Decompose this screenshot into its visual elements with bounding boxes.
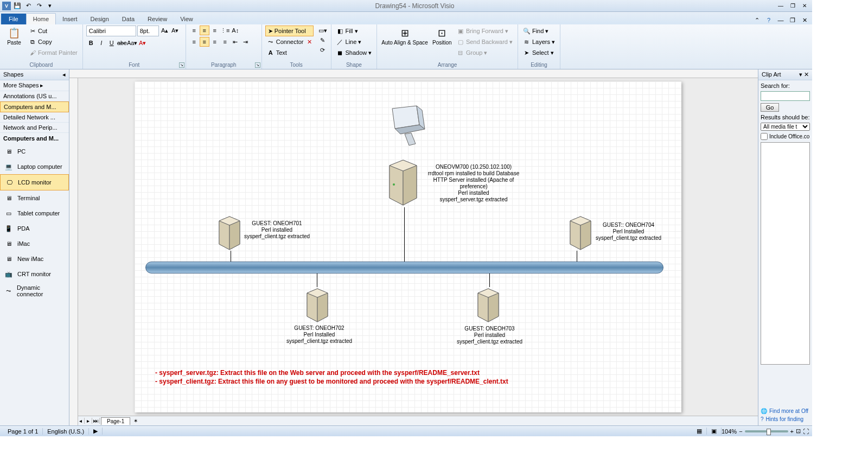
- save-icon[interactable]: 💾: [13, 2, 22, 10]
- orientation-button[interactable]: A↕: [231, 26, 240, 35]
- line-button[interactable]: ／Line ▾: [335, 36, 374, 47]
- network-bus[interactable]: [145, 262, 663, 273]
- shape-server-vm700[interactable]: [384, 157, 425, 209]
- clipart-go-button[interactable]: Go: [761, 103, 779, 112]
- shape-crt[interactable]: 📺CRT monitor: [0, 266, 69, 282]
- rotate-tool-icon[interactable]: ⟳: [318, 45, 328, 55]
- tab-last-button[interactable]: ⏭: [92, 418, 100, 424]
- clipart-find-more-link[interactable]: 🌐Find more at Off: [761, 407, 810, 415]
- bullets-button[interactable]: ⋮≡: [220, 26, 230, 35]
- tab-design[interactable]: Design: [84, 14, 116, 24]
- font-shrink-icon[interactable]: A▾: [170, 26, 180, 35]
- shape-server-h704[interactable]: [566, 214, 596, 252]
- tab-prev-button[interactable]: ◂: [77, 418, 85, 424]
- underline-button[interactable]: U: [107, 38, 117, 48]
- align-top-button[interactable]: ≡: [189, 26, 199, 35]
- label-h702[interactable]: GUEST: ONEOH702Perl Installedsysperf_cli…: [285, 325, 353, 345]
- help-icon[interactable]: ?: [764, 16, 773, 24]
- clipart-close-icon[interactable]: ✕: [804, 71, 809, 78]
- send-backward-button[interactable]: ▢Send Backward ▾: [455, 36, 514, 47]
- freeform-tool-icon[interactable]: ✎: [318, 35, 328, 45]
- shape-server-h702[interactable]: [303, 287, 333, 324]
- indent-inc-button[interactable]: ⇥: [241, 37, 251, 47]
- stencil-detailed-network[interactable]: Detailed Network ...: [0, 112, 69, 123]
- tab-next-button[interactable]: ▸: [85, 418, 92, 424]
- note-client[interactable]: - sysperf_client.tgz: Extract this file …: [155, 378, 508, 385]
- redo-icon[interactable]: ↷: [35, 2, 43, 10]
- select-button[interactable]: ➤Select ▾: [521, 47, 557, 58]
- pointer-tool-button[interactable]: ➤Pointer Tool: [265, 26, 314, 36]
- shape-tablet[interactable]: ▭Tablet computer: [0, 206, 69, 221]
- new-sheet-button[interactable]: ✶: [130, 418, 141, 424]
- tab-data[interactable]: Data: [116, 14, 141, 24]
- stencil-network-periph[interactable]: Network and Perip...: [0, 123, 69, 133]
- label-h701[interactable]: GUEST: ONEOH701Perl installedsysperf_cli…: [243, 220, 311, 240]
- stencil-computers[interactable]: Computers and M...: [0, 101, 69, 112]
- bring-forward-button[interactable]: ▣Bring Forward ▾: [455, 26, 514, 36]
- tab-insert[interactable]: Insert: [56, 14, 84, 24]
- shape-terminal[interactable]: 🖥Terminal: [0, 190, 69, 206]
- zoom-out-button[interactable]: −: [739, 428, 742, 435]
- status-language[interactable]: English (U.S.): [43, 428, 89, 435]
- group-button[interactable]: ⊟Group ▾: [455, 47, 514, 58]
- clipart-results-select[interactable]: All media file t: [761, 123, 810, 131]
- shape-imac[interactable]: 🖥iMac: [0, 236, 69, 251]
- align-bottom-button[interactable]: ≡: [210, 26, 220, 35]
- position-button[interactable]: ⊡Position: [431, 26, 453, 47]
- italic-button[interactable]: I: [97, 38, 106, 48]
- shape-pc[interactable]: 🖥PC: [0, 144, 69, 159]
- view-normal-button[interactable]: ▦: [692, 428, 707, 435]
- rect-tool-icon[interactable]: ▭▾: [318, 26, 328, 35]
- align-left-button[interactable]: ≡: [189, 37, 199, 47]
- more-shapes-item[interactable]: More Shapes ▸: [0, 80, 69, 91]
- clipart-dropdown-icon[interactable]: ▾: [799, 71, 802, 78]
- stencil-annotations[interactable]: Annotations (US u...: [0, 91, 69, 101]
- shape-laptop[interactable]: 💻Laptop computer: [0, 159, 69, 174]
- align-justify-button[interactable]: ≡: [220, 37, 230, 47]
- zoom-level[interactable]: 104%: [722, 428, 737, 435]
- shape-server-h703[interactable]: [474, 287, 503, 324]
- ribbon-minimize-icon[interactable]: ⌃: [752, 16, 761, 24]
- label-h704[interactable]: GUEST:: ONEOH704Perl Installedsysperf_cl…: [595, 222, 662, 241]
- shape-monitor-vm700[interactable]: [384, 103, 427, 152]
- zoom-fit-button[interactable]: ⊡: [796, 428, 801, 435]
- tab-file[interactable]: File: [1, 14, 26, 24]
- zoom-in-button[interactable]: +: [790, 428, 794, 435]
- ribbon-collapse-icon[interactable]: —: [776, 16, 785, 24]
- font-dialog-launcher[interactable]: ↘: [179, 62, 184, 68]
- format-painter-button[interactable]: 🖌Format Painter: [27, 47, 79, 58]
- ribbon-restore-icon[interactable]: ❐: [788, 16, 797, 24]
- cut-button[interactable]: ✂Cut: [27, 26, 79, 36]
- connector-h703-bus[interactable]: [489, 273, 490, 287]
- font-name-combo[interactable]: [86, 26, 136, 36]
- note-server[interactable]: - sysperf_server.tgz: Extract this file …: [155, 369, 480, 377]
- canvas[interactable]: ONEOVM700 (10.250.102.100) rrdtool rpm i…: [78, 78, 758, 416]
- tab-review[interactable]: Review: [141, 14, 174, 24]
- indent-dec-button[interactable]: ⇤: [231, 37, 240, 47]
- ribbon-close-icon[interactable]: ✕: [800, 16, 809, 24]
- shapes-header[interactable]: Shapes◂: [0, 69, 69, 80]
- clipart-include-office-checkbox[interactable]: [761, 133, 768, 140]
- connector-h704-bus[interactable]: [577, 251, 577, 262]
- sheet-tab-page1[interactable]: Page-1: [101, 417, 130, 425]
- minimize-button[interactable]: —: [775, 2, 786, 10]
- shape-new-imac[interactable]: 🖥New iMac: [0, 251, 69, 266]
- paragraph-dialog-launcher[interactable]: ↘: [255, 62, 260, 68]
- shape-server-h701[interactable]: [215, 214, 245, 252]
- clipart-hints-link[interactable]: ?Hints for finding: [761, 415, 810, 423]
- tab-view[interactable]: View: [174, 14, 200, 24]
- text-tool-button[interactable]: AText: [265, 47, 314, 58]
- connector-vm700-bus[interactable]: [404, 207, 405, 262]
- shape-lcd-monitor[interactable]: 🖵LCD monitor: [0, 174, 69, 190]
- strike-button[interactable]: abc: [117, 38, 127, 48]
- paste-button[interactable]: 📋Paste: [3, 26, 25, 47]
- label-vm700[interactable]: ONEOVM700 (10.250.102.100) rrdtool rpm i…: [427, 164, 520, 203]
- qat-customize-icon[interactable]: ▾: [46, 2, 54, 10]
- shape-dynamic-connector[interactable]: ⤳Dynamic connector: [0, 282, 69, 300]
- fullscreen-toggle-button[interactable]: ⛶: [803, 428, 809, 435]
- autoalign-button[interactable]: ⊞Auto Align & Space: [380, 26, 429, 47]
- connector-h701-bus[interactable]: [231, 251, 231, 262]
- layers-button[interactable]: ≋Layers ▾: [521, 36, 557, 47]
- close-button[interactable]: ✕: [799, 2, 810, 10]
- find-button[interactable]: 🔍Find ▾: [521, 26, 557, 36]
